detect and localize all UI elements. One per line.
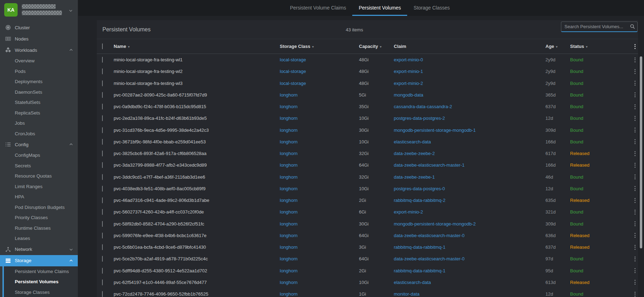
- storage-class-link[interactable]: longhorn: [280, 268, 298, 273]
- table-actions-kebab-icon[interactable]: [632, 44, 638, 49]
- row-actions-kebab-icon[interactable]: [632, 221, 638, 226]
- claim-link[interactable]: data-zeebe-elasticsearch-master-1: [394, 162, 465, 168]
- claim-link[interactable]: rabbitmq-data-rabbitmq-2: [394, 198, 446, 203]
- claim-link[interactable]: export-minio-2: [394, 209, 423, 215]
- column-header-age[interactable]: Age▾: [545, 44, 570, 49]
- scrollbar-thumb[interactable]: [640, 56, 642, 248]
- tab-storage-classes[interactable]: Storage Classes: [407, 0, 456, 16]
- tab-persistent-volume-claims[interactable]: Persistent Volume Claims: [284, 0, 353, 16]
- cluster-switcher[interactable]: KA: [0, 0, 78, 20]
- row-actions-kebab-icon[interactable]: [632, 57, 638, 62]
- row-checkbox[interactable]: [102, 68, 103, 74]
- sidebar-item-pod-disruption-budgets[interactable]: Pod Disruption Budgets: [0, 202, 78, 213]
- storage-class-link[interactable]: longhorn: [280, 151, 298, 156]
- storage-class-link[interactable]: longhorn: [280, 128, 298, 133]
- row-checkbox[interactable]: [102, 162, 103, 168]
- row-actions-kebab-icon[interactable]: [632, 210, 638, 215]
- row-checkbox[interactable]: [102, 57, 103, 63]
- storage-class-link[interactable]: longhorn: [280, 245, 298, 250]
- tab-persistent-volumes[interactable]: Persistent Volumes: [352, 0, 407, 16]
- sidebar-item-statefulsets[interactable]: StatefulSets: [0, 97, 78, 108]
- claim-link[interactable]: monitor-data: [394, 291, 419, 297]
- storage-class-link[interactable]: longhorn: [280, 139, 298, 144]
- storage-class-link[interactable]: longhorn: [280, 280, 298, 285]
- row-checkbox[interactable]: [102, 291, 103, 297]
- row-actions-kebab-icon[interactable]: [632, 128, 638, 132]
- claim-link[interactable]: rabbitmq-data-rabbitmq-1: [394, 268, 446, 273]
- avatar[interactable]: KA: [4, 3, 18, 17]
- row-checkbox[interactable]: [102, 104, 103, 110]
- row-checkbox[interactable]: [102, 221, 103, 227]
- sidebar-item-replicasets[interactable]: ReplicaSets: [0, 108, 78, 118]
- row-checkbox[interactable]: [102, 174, 103, 180]
- select-all-checkbox[interactable]: [102, 43, 103, 49]
- row-actions-kebab-icon[interactable]: [632, 186, 638, 191]
- sidebar-item-hpa[interactable]: HPA: [0, 192, 78, 202]
- row-checkbox[interactable]: [102, 92, 103, 98]
- sidebar-item-deployments[interactable]: Deployments: [0, 76, 78, 87]
- claim-link[interactable]: cassandra-data-cassandra-2: [394, 104, 452, 109]
- row-actions-kebab-icon[interactable]: [632, 233, 638, 238]
- storage-class-link[interactable]: local-storage: [280, 57, 306, 62]
- row-checkbox[interactable]: [102, 279, 103, 285]
- claim-link[interactable]: mongodb-persistent-storage-mongodb-1: [394, 128, 476, 133]
- claim-link[interactable]: mongodb-persistent-storage-mongodb-2: [394, 221, 476, 227]
- row-checkbox[interactable]: [102, 115, 103, 121]
- row-actions-kebab-icon[interactable]: [632, 256, 638, 261]
- sidebar-item-limit-ranges[interactable]: Limit Ranges: [0, 181, 78, 192]
- storage-class-link[interactable]: longhorn: [280, 116, 298, 121]
- row-checkbox[interactable]: [102, 80, 103, 86]
- sidebar-item-runtime-classes[interactable]: Runtime Classes: [0, 223, 78, 234]
- column-header-status[interactable]: Status▾: [570, 44, 629, 49]
- row-checkbox[interactable]: [102, 186, 103, 192]
- sidebar-item-leases[interactable]: Leases: [0, 233, 78, 244]
- row-actions-kebab-icon[interactable]: [632, 116, 638, 121]
- row-actions-kebab-icon[interactable]: [632, 198, 638, 203]
- claim-link[interactable]: data-zeebe-elasticsearch-master-0: [394, 233, 465, 238]
- row-checkbox[interactable]: [102, 244, 103, 250]
- sidebar-item-resource-quotas[interactable]: Resource Quotas: [0, 171, 78, 181]
- row-actions-kebab-icon[interactable]: [632, 280, 638, 285]
- storage-class-link[interactable]: longhorn: [280, 198, 298, 203]
- storage-class-link[interactable]: longhorn: [280, 233, 298, 238]
- sidebar-item-priority-classes[interactable]: Priority Classes: [0, 212, 78, 223]
- sidebar-item-workloads[interactable]: Workloads: [0, 44, 78, 56]
- row-checkbox[interactable]: [102, 150, 103, 156]
- claim-link[interactable]: export-minio-1: [394, 69, 423, 74]
- storage-class-link[interactable]: local-storage: [280, 81, 306, 86]
- claim-link[interactable]: export-minio-0: [394, 57, 423, 62]
- row-checkbox[interactable]: [102, 197, 103, 203]
- storage-class-link[interactable]: longhorn: [280, 291, 298, 297]
- row-checkbox[interactable]: [102, 127, 103, 133]
- claim-link[interactable]: data-zeebe-zeebe-1: [394, 174, 435, 180]
- sidebar-item-daemonsets[interactable]: DaemonSets: [0, 87, 78, 98]
- row-checkbox[interactable]: [102, 209, 103, 215]
- storage-class-link[interactable]: longhorn: [280, 174, 298, 180]
- sidebar-item-network[interactable]: Network: [0, 244, 78, 255]
- row-actions-kebab-icon[interactable]: [632, 104, 638, 109]
- claim-link[interactable]: mongodb-data: [394, 92, 423, 98]
- sidebar-item-overview[interactable]: Overview: [0, 56, 78, 66]
- sidebar-item-persistent-volumes[interactable]: Persistent Volumes: [4, 277, 78, 287]
- storage-class-link[interactable]: local-storage: [280, 69, 306, 74]
- row-actions-kebab-icon[interactable]: [632, 268, 638, 273]
- column-header-capacity[interactable]: Capacity▾: [359, 44, 394, 49]
- storage-class-link[interactable]: longhorn: [280, 256, 298, 261]
- row-actions-kebab-icon[interactable]: [632, 151, 638, 156]
- row-checkbox[interactable]: [102, 256, 103, 262]
- row-actions-kebab-icon[interactable]: [632, 174, 638, 179]
- claim-link[interactable]: elasticsearch-data: [394, 280, 431, 285]
- sidebar-item-configmaps[interactable]: ConfigMaps: [0, 150, 78, 161]
- column-header-storage-class[interactable]: Storage Class▾: [280, 44, 359, 49]
- sidebar-item-storage-classes[interactable]: Storage Classes: [4, 287, 78, 297]
- claim-link[interactable]: postgres-data-postgres-0: [394, 186, 445, 191]
- sidebar-item-storage[interactable]: Storage: [0, 255, 78, 266]
- row-actions-kebab-icon[interactable]: [632, 292, 638, 297]
- claim-link[interactable]: data-zeebe-elasticsearch-master-0: [394, 256, 465, 261]
- claim-link[interactable]: elasticsearch-data: [394, 139, 431, 144]
- sidebar-item-cronjobs[interactable]: CronJobs: [0, 129, 78, 139]
- sidebar-item-pods[interactable]: Pods: [0, 66, 78, 77]
- claim-link[interactable]: postgres-data-postgres-2: [394, 116, 445, 121]
- row-actions-kebab-icon[interactable]: [632, 245, 638, 250]
- sidebar-item-cluster[interactable]: Cluster: [0, 22, 78, 33]
